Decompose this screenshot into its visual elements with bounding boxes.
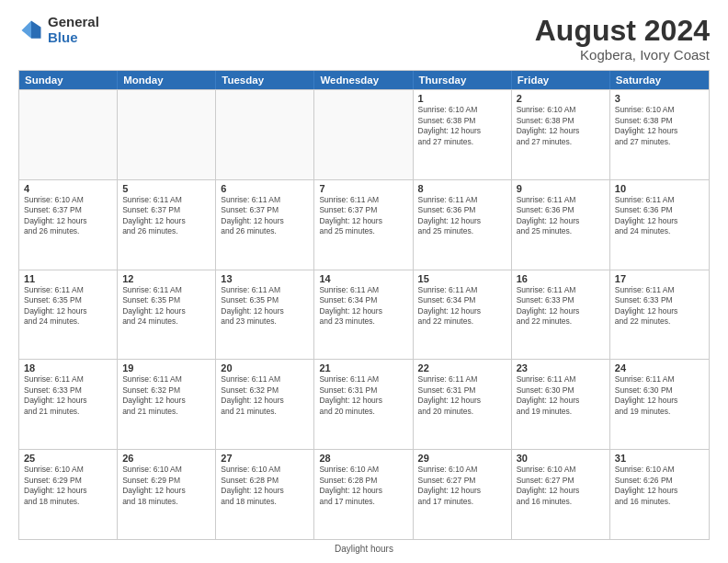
calendar-cell: 18Sunrise: 6:11 AM Sunset: 6:33 PM Dayli…	[19, 360, 118, 449]
calendar-cell: 14Sunrise: 6:11 AM Sunset: 6:34 PM Dayli…	[314, 270, 413, 360]
day-number: 12	[122, 273, 210, 284]
calendar: SundayMondayTuesdayWednesdayThursdayFrid…	[18, 70, 710, 540]
calendar-cell: 7Sunrise: 6:11 AM Sunset: 6:37 PM Daylig…	[314, 180, 413, 270]
calendar-header-cell: Thursday	[414, 71, 512, 89]
logo-blue: Blue	[48, 30, 99, 46]
day-number: 13	[221, 273, 309, 284]
calendar-cell: 3Sunrise: 6:10 AM Sunset: 6:38 PM Daylig…	[610, 90, 709, 179]
day-info: Sunrise: 6:11 AM Sunset: 6:31 PM Dayligh…	[319, 374, 407, 417]
calendar-cell: 25Sunrise: 6:10 AM Sunset: 6:29 PM Dayli…	[19, 450, 118, 539]
day-info: Sunrise: 6:11 AM Sunset: 6:34 PM Dayligh…	[319, 285, 407, 327]
day-info: Sunrise: 6:11 AM Sunset: 6:30 PM Dayligh…	[615, 374, 704, 417]
day-number: 14	[319, 273, 407, 284]
calendar-cell	[314, 90, 413, 179]
calendar-cell: 28Sunrise: 6:10 AM Sunset: 6:28 PM Dayli…	[314, 450, 413, 539]
day-info: Sunrise: 6:11 AM Sunset: 6:36 PM Dayligh…	[517, 195, 605, 237]
day-number: 25	[24, 453, 112, 464]
page: General Blue August 2024 Kogbera, Ivory …	[0, 0, 728, 563]
day-info: Sunrise: 6:11 AM Sunset: 6:32 PM Dayligh…	[122, 374, 210, 417]
day-info: Sunrise: 6:11 AM Sunset: 6:32 PM Dayligh…	[221, 374, 309, 417]
day-number: 31	[615, 453, 704, 464]
calendar-cell	[19, 90, 118, 179]
calendar-cell	[216, 90, 314, 179]
calendar-cell: 8Sunrise: 6:11 AM Sunset: 6:36 PM Daylig…	[414, 180, 512, 270]
title-block: August 2024 Kogbera, Ivory Coast	[535, 15, 710, 63]
day-info: Sunrise: 6:11 AM Sunset: 6:37 PM Dayligh…	[221, 195, 309, 237]
calendar-cell: 9Sunrise: 6:11 AM Sunset: 6:36 PM Daylig…	[512, 180, 610, 270]
day-info: Sunrise: 6:11 AM Sunset: 6:31 PM Dayligh…	[418, 374, 506, 417]
logo-text: General Blue	[48, 15, 99, 45]
calendar-header-cell: Tuesday	[216, 71, 314, 89]
calendar-cell: 17Sunrise: 6:11 AM Sunset: 6:33 PM Dayli…	[610, 270, 709, 360]
logo-general: General	[48, 15, 99, 30]
calendar-header-cell: Sunday	[19, 71, 118, 89]
day-number: 15	[418, 273, 506, 284]
calendar-cell	[118, 90, 216, 179]
header: General Blue August 2024 Kogbera, Ivory …	[18, 15, 710, 63]
day-number: 1	[418, 93, 506, 104]
footer-note: Daylight hours	[18, 544, 710, 554]
day-number: 20	[221, 362, 309, 373]
calendar-cell: 23Sunrise: 6:11 AM Sunset: 6:30 PM Dayli…	[512, 360, 610, 449]
day-info: Sunrise: 6:10 AM Sunset: 6:28 PM Dayligh…	[319, 465, 407, 507]
calendar-header-cell: Friday	[512, 71, 610, 89]
calendar-cell: 12Sunrise: 6:11 AM Sunset: 6:35 PM Dayli…	[118, 270, 216, 360]
day-number: 11	[24, 273, 112, 284]
calendar-cell: 4Sunrise: 6:10 AM Sunset: 6:37 PM Daylig…	[19, 180, 118, 270]
calendar-cell: 21Sunrise: 6:11 AM Sunset: 6:31 PM Dayli…	[314, 360, 413, 449]
day-info: Sunrise: 6:11 AM Sunset: 6:35 PM Dayligh…	[24, 285, 112, 327]
calendar-cell: 1Sunrise: 6:10 AM Sunset: 6:38 PM Daylig…	[414, 90, 512, 179]
calendar-cell: 5Sunrise: 6:11 AM Sunset: 6:37 PM Daylig…	[118, 180, 216, 270]
day-number: 10	[615, 183, 704, 194]
day-info: Sunrise: 6:11 AM Sunset: 6:30 PM Dayligh…	[517, 374, 605, 417]
title-location: Kogbera, Ivory Coast	[535, 47, 710, 63]
day-info: Sunrise: 6:10 AM Sunset: 6:26 PM Dayligh…	[615, 465, 704, 507]
calendar-cell: 26Sunrise: 6:10 AM Sunset: 6:29 PM Dayli…	[118, 450, 216, 539]
day-info: Sunrise: 6:10 AM Sunset: 6:38 PM Dayligh…	[615, 105, 704, 147]
day-number: 7	[319, 183, 407, 194]
day-number: 18	[24, 362, 112, 373]
day-number: 9	[517, 183, 605, 194]
day-info: Sunrise: 6:11 AM Sunset: 6:33 PM Dayligh…	[24, 374, 112, 417]
day-number: 26	[122, 453, 210, 464]
calendar-cell: 16Sunrise: 6:11 AM Sunset: 6:33 PM Dayli…	[512, 270, 610, 360]
calendar-cell: 27Sunrise: 6:10 AM Sunset: 6:28 PM Dayli…	[216, 450, 314, 539]
calendar-row: 1Sunrise: 6:10 AM Sunset: 6:38 PM Daylig…	[19, 89, 709, 179]
calendar-cell: 20Sunrise: 6:11 AM Sunset: 6:32 PM Dayli…	[216, 360, 314, 449]
day-info: Sunrise: 6:10 AM Sunset: 6:38 PM Dayligh…	[418, 105, 506, 147]
day-info: Sunrise: 6:11 AM Sunset: 6:37 PM Dayligh…	[122, 195, 210, 237]
calendar-cell: 15Sunrise: 6:11 AM Sunset: 6:34 PM Dayli…	[414, 270, 512, 360]
calendar-header-cell: Wednesday	[314, 71, 413, 89]
calendar-row: 4Sunrise: 6:10 AM Sunset: 6:37 PM Daylig…	[19, 179, 709, 270]
day-info: Sunrise: 6:11 AM Sunset: 6:33 PM Dayligh…	[615, 285, 704, 327]
day-number: 30	[517, 453, 605, 464]
calendar-cell: 22Sunrise: 6:11 AM Sunset: 6:31 PM Dayli…	[414, 360, 512, 449]
calendar-header-cell: Saturday	[610, 71, 709, 89]
calendar-cell: 19Sunrise: 6:11 AM Sunset: 6:32 PM Dayli…	[118, 360, 216, 449]
calendar-cell: 31Sunrise: 6:10 AM Sunset: 6:26 PM Dayli…	[610, 450, 709, 539]
day-number: 29	[418, 453, 506, 464]
day-info: Sunrise: 6:11 AM Sunset: 6:37 PM Dayligh…	[319, 195, 407, 237]
day-info: Sunrise: 6:10 AM Sunset: 6:29 PM Dayligh…	[24, 465, 112, 507]
day-number: 6	[221, 183, 309, 194]
day-number: 16	[517, 273, 605, 284]
day-info: Sunrise: 6:10 AM Sunset: 6:38 PM Dayligh…	[517, 105, 605, 147]
calendar-header: SundayMondayTuesdayWednesdayThursdayFrid…	[19, 71, 709, 89]
day-info: Sunrise: 6:11 AM Sunset: 6:35 PM Dayligh…	[221, 285, 309, 327]
title-month: August 2024	[535, 15, 710, 47]
day-number: 22	[418, 362, 506, 373]
calendar-cell: 13Sunrise: 6:11 AM Sunset: 6:35 PM Dayli…	[216, 270, 314, 360]
logo-icon	[18, 17, 44, 43]
calendar-header-cell: Monday	[118, 71, 216, 89]
day-number: 19	[122, 362, 210, 373]
day-info: Sunrise: 6:11 AM Sunset: 6:35 PM Dayligh…	[122, 285, 210, 327]
day-number: 17	[615, 273, 704, 284]
day-info: Sunrise: 6:10 AM Sunset: 6:27 PM Dayligh…	[418, 465, 506, 507]
calendar-row: 18Sunrise: 6:11 AM Sunset: 6:33 PM Dayli…	[19, 359, 709, 449]
calendar-row: 11Sunrise: 6:11 AM Sunset: 6:35 PM Dayli…	[19, 270, 709, 360]
calendar-cell: 30Sunrise: 6:10 AM Sunset: 6:27 PM Dayli…	[512, 450, 610, 539]
day-number: 5	[122, 183, 210, 194]
calendar-cell: 2Sunrise: 6:10 AM Sunset: 6:38 PM Daylig…	[512, 90, 610, 179]
calendar-cell: 11Sunrise: 6:11 AM Sunset: 6:35 PM Dayli…	[19, 270, 118, 360]
svg-marker-1	[22, 20, 32, 38]
